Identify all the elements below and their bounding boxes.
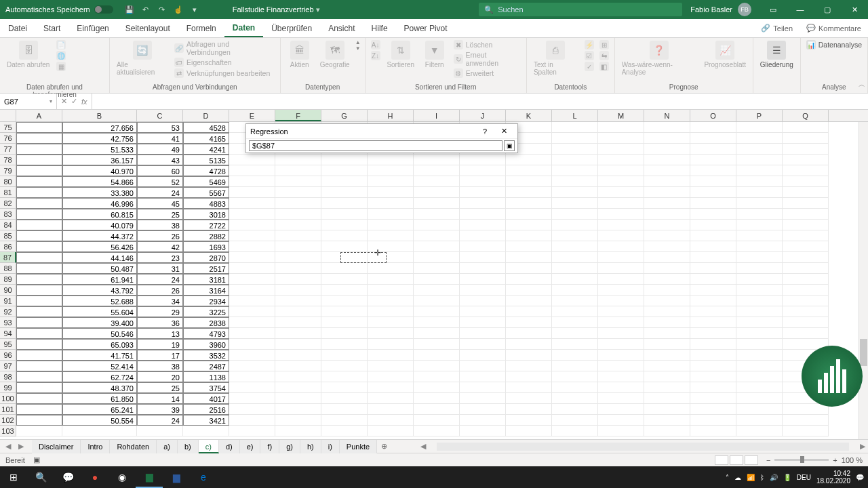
- clear-filter-button[interactable]: ✖Löschen: [452, 39, 522, 50]
- cell[interactable]: [690, 220, 736, 230]
- cell[interactable]: [368, 371, 414, 382]
- cell[interactable]: [598, 176, 644, 187]
- cell[interactable]: [736, 263, 783, 274]
- cell[interactable]: [506, 393, 552, 404]
- cell[interactable]: 49: [137, 144, 183, 155]
- cell[interactable]: 41.751: [62, 350, 137, 361]
- cell[interactable]: [783, 155, 829, 165]
- cell[interactable]: [598, 263, 644, 274]
- datamodel-button[interactable]: ◧: [598, 61, 610, 72]
- sort-button[interactable]: ⇅Sortieren: [384, 39, 417, 70]
- cell[interactable]: [644, 133, 690, 144]
- cell[interactable]: [321, 155, 368, 165]
- add-sheet-button[interactable]: ⊕: [377, 442, 391, 451]
- cell[interactable]: [368, 404, 414, 415]
- cell[interactable]: 45: [137, 198, 183, 209]
- cell[interactable]: [414, 371, 460, 382]
- cell[interactable]: [275, 198, 321, 209]
- cell[interactable]: [506, 404, 552, 415]
- cell[interactable]: [368, 328, 414, 339]
- cell[interactable]: [275, 230, 321, 241]
- sheet-nav[interactable]: ◀ ▶: [0, 442, 32, 451]
- cell[interactable]: [229, 220, 275, 230]
- cell[interactable]: [414, 393, 460, 404]
- system-tray[interactable]: ˄ ☁ 📶 ᛒ 🔊 🔋 DEU 10:4218.02.2020 💬: [726, 470, 868, 485]
- cell[interactable]: [506, 339, 552, 350]
- cell[interactable]: [229, 317, 275, 328]
- cell[interactable]: [690, 339, 736, 350]
- cell[interactable]: [736, 122, 783, 133]
- cell[interactable]: [690, 426, 736, 436]
- cell[interactable]: [16, 306, 62, 317]
- cell[interactable]: [598, 371, 644, 382]
- cell[interactable]: [598, 241, 644, 252]
- cell[interactable]: [16, 187, 62, 198]
- cell[interactable]: [460, 339, 506, 350]
- col-header-L[interactable]: L: [552, 110, 598, 121]
- cell[interactable]: [414, 317, 460, 328]
- name-box[interactable]: G87▾: [0, 94, 57, 109]
- cell[interactable]: [783, 122, 829, 133]
- cell[interactable]: [229, 209, 275, 220]
- col-header-I[interactable]: I: [414, 110, 460, 121]
- cell[interactable]: [321, 176, 368, 187]
- cell[interactable]: [552, 187, 598, 198]
- col-header-M[interactable]: M: [598, 110, 644, 121]
- cell[interactable]: [690, 187, 736, 198]
- cell[interactable]: [275, 361, 321, 371]
- cell[interactable]: [321, 328, 368, 339]
- cell[interactable]: [690, 296, 736, 306]
- cell[interactable]: [368, 230, 414, 241]
- cell[interactable]: [321, 339, 368, 350]
- cell[interactable]: [275, 296, 321, 306]
- onedrive-icon[interactable]: ☁: [734, 474, 741, 481]
- cell[interactable]: 19: [137, 339, 183, 350]
- get-data-button[interactable]: 🗄Daten abrufen: [4, 39, 52, 70]
- cell[interactable]: [506, 263, 552, 274]
- cell[interactable]: [783, 133, 829, 144]
- cell[interactable]: 62.724: [62, 371, 137, 382]
- cell[interactable]: [644, 393, 690, 404]
- ribbon-mode-icon[interactable]: ▭: [760, 0, 787, 19]
- cell[interactable]: [736, 155, 783, 165]
- cell[interactable]: [552, 209, 598, 220]
- cell[interactable]: [506, 209, 552, 220]
- cell[interactable]: [368, 350, 414, 361]
- cell[interactable]: 40.079: [62, 220, 137, 230]
- cell[interactable]: [783, 263, 829, 274]
- cell[interactable]: [690, 209, 736, 220]
- cell[interactable]: 38: [137, 220, 183, 230]
- cell[interactable]: 50.554: [62, 415, 137, 426]
- cell[interactable]: [690, 230, 736, 241]
- cell[interactable]: 52.688: [62, 296, 137, 306]
- col-header-H[interactable]: H: [368, 110, 414, 121]
- cell[interactable]: 4793: [183, 328, 229, 339]
- cancel-fx-icon[interactable]: ✕: [61, 97, 67, 106]
- cell[interactable]: [552, 306, 598, 317]
- cell[interactable]: [368, 415, 414, 426]
- cell[interactable]: [368, 155, 414, 165]
- cell[interactable]: 60.815: [62, 209, 137, 220]
- cell[interactable]: [552, 328, 598, 339]
- cell[interactable]: [229, 350, 275, 361]
- cell[interactable]: [506, 426, 552, 436]
- edit-links-button[interactable]: ⇄Verknüpfungen bearbeiten: [173, 68, 276, 79]
- row-header[interactable]: 91: [0, 296, 16, 306]
- cell[interactable]: [506, 187, 552, 198]
- cell[interactable]: 34: [137, 296, 183, 306]
- cell[interactable]: 53: [137, 122, 183, 133]
- cell[interactable]: [368, 274, 414, 285]
- cell[interactable]: [736, 165, 783, 176]
- cell[interactable]: [321, 241, 368, 252]
- sheet-tab[interactable]: g): [279, 440, 300, 453]
- cell[interactable]: [368, 426, 414, 436]
- cell[interactable]: 26: [137, 285, 183, 296]
- cell[interactable]: [321, 209, 368, 220]
- cell[interactable]: [460, 176, 506, 187]
- cell[interactable]: 61.941: [62, 274, 137, 285]
- row-header[interactable]: 100: [0, 393, 16, 404]
- cell[interactable]: [644, 122, 690, 133]
- cell[interactable]: [275, 371, 321, 382]
- cell[interactable]: [690, 415, 736, 426]
- text-to-columns-button[interactable]: ⎙Text in Spalten: [531, 39, 580, 77]
